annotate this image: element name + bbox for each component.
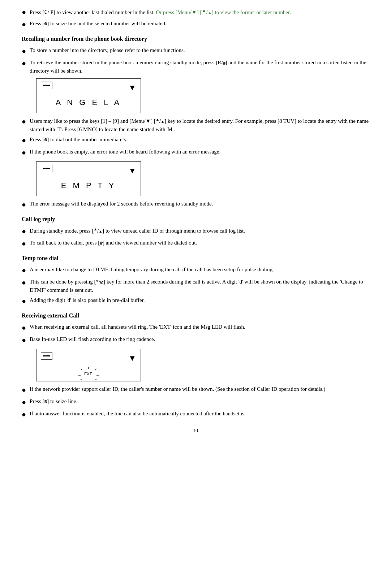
bullet-text-12: This can be done by pressing [*/⌀] key f… <box>30 278 369 294</box>
display-content-2: E M P T Y <box>41 180 136 191</box>
bullet-text-14: When receiving an external call, all han… <box>30 323 369 331</box>
bullet-dot-17: ● <box>22 397 26 407</box>
bullet-text-13: Adding the digit 'd' is also possible in… <box>30 296 369 304</box>
svg-line-6 <box>80 379 82 380</box>
svg-line-3 <box>95 369 96 370</box>
bullet-item-5: ● Users may like to press the keys [1] –… <box>22 117 369 133</box>
battery-icon-3: ▬▬▬ <box>41 352 52 360</box>
display-box-1: ▬▬▬ ▼ A N G E L A <box>36 78 141 113</box>
page-number: 10 <box>22 427 369 434</box>
display-top-2: ▬▬▬ ▼ <box>41 165 136 177</box>
bullet-text-9: During standby mode, press [▲/▲] to view… <box>30 226 369 235</box>
bullet-text-17: Press [☎] to seize line. <box>30 397 369 406</box>
bullet-dot-5: ● <box>22 116 26 127</box>
bullet-dot-18: ● <box>22 409 26 420</box>
bullet-dot-4: ● <box>22 58 26 69</box>
bullet-text-18: If auto-answer function is enabled, the … <box>30 410 369 418</box>
bullet-item-14: ● When receiving an external call, all h… <box>22 323 369 333</box>
svg-line-7 <box>95 379 97 380</box>
bullet-dot-6: ● <box>22 135 26 146</box>
bullet-item-12: ● This can be done by pressing [*/⌀] key… <box>22 278 369 294</box>
bullet-text-16: If the network provider support caller I… <box>30 385 369 393</box>
bullet-dot-7: ● <box>22 147 26 158</box>
signal-icon-2: ▼ <box>128 165 136 177</box>
battery-icon-1: ▬▬▬ <box>41 82 52 89</box>
display-top-1: ▬▬▬ ▼ <box>41 82 136 94</box>
bullet-text-10: To call back to the caller, press [☎] an… <box>30 239 369 247</box>
bullet-dot-15: ● <box>22 334 26 345</box>
bullet-item-4: ● To retrieve the number stored in the p… <box>22 59 369 75</box>
bullet-dot-2: ● <box>22 19 26 30</box>
display-content-1: A N G E L A <box>41 96 136 108</box>
bullet-item-17: ● Press [☎] to seize line. <box>22 397 369 407</box>
bullet-text-7: If the phone book is empty, an error ton… <box>30 148 369 156</box>
bullet-item-15: ● Base In-use LED will flash according t… <box>22 335 369 345</box>
bullet-text-1: Press [C/ P] to view another last dialed… <box>30 7 369 17</box>
bullet-item-11: ● A user may like to change to DTMF dial… <box>22 265 369 276</box>
battery-icon-2: ▬▬▬ <box>41 165 52 172</box>
bullet-item-13: ● Adding the digit 'd' is also possible … <box>22 296 369 306</box>
bullet-dot-14: ● <box>22 322 26 333</box>
display-top-3: ▬▬▬ ▼ <box>41 352 136 364</box>
section-heading-temp: Temp tone dial <box>22 254 369 263</box>
bullet-text-8: The error message will be displayed for … <box>30 200 369 208</box>
display-box-3: ▬▬▬ ▼ EXT <box>36 349 141 381</box>
bullet-item-2: ● Press [☎] to seize line and the select… <box>22 20 369 30</box>
bullet-dot: ● <box>22 7 26 17</box>
section-heading-recall: Recalling a number from the phone book d… <box>22 35 369 43</box>
bullet-item-8: ● The error message will be displayed fo… <box>22 200 369 210</box>
bullet-dot-13: ● <box>22 295 26 306</box>
bullet-item-9: ● During standby mode, press [▲/▲] to vi… <box>22 226 369 237</box>
signal-icon-3: ▼ <box>128 352 136 364</box>
bullet-dot-9: ● <box>22 226 26 237</box>
display-box-2: ▬▬▬ ▼ E M P T Y <box>36 161 141 196</box>
bullet-dot-8: ● <box>22 199 26 210</box>
bullet-text-5: Users may like to press the keys [1] – [… <box>30 117 369 133</box>
bullet-item-18: ● If auto-answer function is enabled, th… <box>22 410 369 420</box>
bullet-item-1: ● Press [C/ P] to view another last dial… <box>22 7 369 17</box>
bullet-item-3: ● To store a number into the directory, … <box>22 46 369 56</box>
bullet-dot-10: ● <box>22 238 26 249</box>
ext-symbol-svg: EXT <box>78 367 99 380</box>
bullet-text-15: Base In-use LED will flash according to … <box>30 335 369 343</box>
bullet-dot-16: ● <box>22 384 26 395</box>
section-heading-calllog: Call log reply <box>22 215 369 224</box>
signal-icon-1: ▼ <box>128 82 136 94</box>
ext-icon-area: EXT <box>41 366 136 381</box>
bullet-text-4: To retrieve the number stored in the pho… <box>30 59 369 75</box>
bullet-dot-3: ● <box>22 46 26 56</box>
bullet-item-6: ● Press [☎] to dial out the number immed… <box>22 135 369 146</box>
bullet-text-3: To store a number into the directory, pl… <box>30 46 369 55</box>
svg-line-1 <box>81 369 82 370</box>
bullet-text-2: Press [☎] to seize line and the selected… <box>30 20 369 28</box>
bullet-text-6: Press [☎] to dial out the number immedia… <box>30 135 369 144</box>
bullet-item-10: ● To call back to the caller, press [☎] … <box>22 239 369 249</box>
bullet-dot-12: ● <box>22 277 26 288</box>
bullet-text-11: A user may like to change to DTMF dialin… <box>30 265 369 274</box>
bullet-item-7: ● If the phone book is empty, an error t… <box>22 148 369 158</box>
svg-text:EXT: EXT <box>84 372 92 376</box>
green-text-1: Or press [Menu/▼] [▲/▲] to view the form… <box>156 9 291 15</box>
bullet-item-16: ● If the network provider support caller… <box>22 385 369 395</box>
bullet-dot-11: ● <box>22 265 26 276</box>
section-heading-receive: Receiving external Call <box>22 311 369 320</box>
